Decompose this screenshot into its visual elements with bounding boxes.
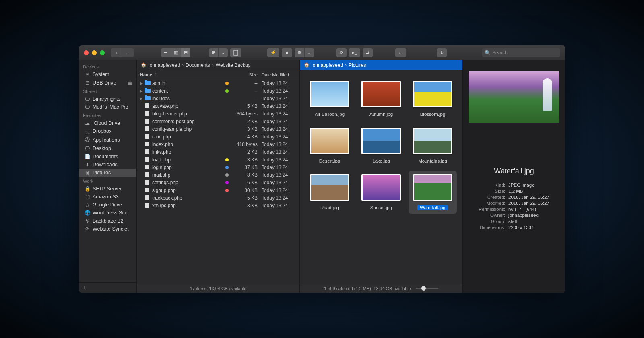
- arrange-segment[interactable]: ⊞ ⌄: [209, 48, 228, 57]
- file-row[interactable]: cron.php4 KBToday 13:24: [137, 133, 299, 140]
- compare-button[interactable]: ⇄: [363, 48, 373, 57]
- sidebar-item-label: iCloud Drive: [93, 120, 120, 126]
- file-row[interactable]: mail.php8 KBToday 13:24: [137, 171, 299, 179]
- icon-view-icon[interactable]: ⊞: [181, 48, 190, 57]
- file-row[interactable]: xmlrpc.php3 KBToday 13:24: [137, 202, 299, 209]
- column-view-icon[interactable]: ▥: [171, 48, 181, 57]
- file-row[interactable]: login.php37 KBToday 13:24: [137, 163, 299, 171]
- file-row[interactable]: links.php2 KBToday 13:24: [137, 148, 299, 156]
- forward-button[interactable]: ›: [122, 48, 134, 57]
- sidebar-item-label: Desktop: [93, 146, 111, 151]
- minimize-icon[interactable]: [92, 50, 97, 55]
- breadcrumb-segment[interactable]: johnappleseed: [312, 62, 343, 68]
- sync-button[interactable]: ⟳: [336, 48, 347, 57]
- file-date: Today 13:24: [258, 88, 296, 94]
- sidebar-item[interactable]: △Google Drive: [79, 201, 136, 209]
- disclosure-triangle-icon[interactable]: ▶: [140, 81, 145, 85]
- file-row[interactable]: settings.php16 KBToday 13:24: [137, 179, 299, 186]
- col-date[interactable]: Date Modified: [258, 72, 296, 77]
- chevron-down-icon[interactable]: ⌄: [305, 48, 314, 57]
- file-row[interactable]: comments-post.php2 KBToday 13:24: [137, 117, 299, 125]
- thumbnail[interactable]: Road.jpg: [305, 171, 354, 214]
- sidebar-item[interactable]: ⒶApplications: [79, 135, 136, 144]
- sidebar-item-label: System: [93, 72, 109, 77]
- sidebar-item[interactable]: ⊟USB Drive⏏: [79, 78, 136, 87]
- sidebar-item[interactable]: ⊟System: [79, 70, 136, 78]
- breadcrumb-left[interactable]: 🏠johnappleseed›Documents›Website Backup: [137, 60, 299, 70]
- gear-icon[interactable]: ⚙: [295, 48, 305, 57]
- eject-icon[interactable]: ⏏: [128, 80, 132, 86]
- thumbnail[interactable]: Blossom.jpg: [409, 78, 457, 120]
- list-view-icon[interactable]: ☰: [161, 48, 171, 57]
- breadcrumb-segment[interactable]: Website Backup: [216, 62, 251, 68]
- thumbnail[interactable]: Desert.jpg: [305, 124, 354, 167]
- column-headers[interactable]: Name˄ Size Date Modified: [137, 70, 299, 79]
- file-name: activate.php: [151, 103, 223, 109]
- sidebar-item[interactable]: ⬚Dropbox: [79, 127, 136, 135]
- sidebar-item[interactable]: 📄Documents: [79, 153, 136, 161]
- quick-action-button[interactable]: ⚡: [267, 48, 279, 57]
- col-name[interactable]: Name: [140, 72, 152, 77]
- file-row[interactable]: signup.php30 KBToday 13:24: [137, 186, 299, 194]
- file-name: login.php: [151, 165, 223, 170]
- thumbnail[interactable]: Autumn.jpg: [357, 78, 405, 120]
- sidebar-item-label: Google Drive: [93, 202, 122, 208]
- add-location-button[interactable]: +: [79, 282, 136, 293]
- sidebar-item[interactable]: ◉Pictures: [79, 169, 136, 177]
- thumbnail[interactable]: Sunset.jpg: [357, 171, 405, 214]
- sidebar-item-label: Amazon S3: [93, 194, 119, 200]
- thumbnail[interactable]: Lake.jpg: [357, 124, 405, 167]
- file-row[interactable]: config-sample.php3 KBToday 13:24: [137, 125, 299, 133]
- sidebar-item[interactable]: ☁iCloud Drive: [79, 119, 136, 127]
- sidebar-item[interactable]: ⟳Website Synclet: [79, 225, 136, 233]
- sidebar-item[interactable]: 🔒SFTP Server: [79, 185, 136, 193]
- file-row[interactable]: blog-header.php364 bytesToday 13:24: [137, 110, 299, 117]
- sidebar-item[interactable]: ⬇Downloads: [79, 161, 136, 169]
- breadcrumb-segment[interactable]: Pictures: [349, 62, 366, 68]
- thumbnail-grid[interactable]: Air Balloon.jpgAutumn.jpgBlossom.jpgDese…: [300, 70, 462, 284]
- download-button[interactable]: ⬇: [437, 48, 447, 57]
- file-icon: [145, 126, 149, 131]
- action-menu[interactable]: ⚙⌄: [295, 48, 314, 57]
- thumbnail[interactable]: Mountains.jpg: [409, 124, 457, 167]
- sidebar-item[interactable]: 🖵Desktop: [79, 144, 136, 153]
- thumbnail-label: Autumn.jpg: [367, 111, 395, 117]
- thumbnail-size-slider[interactable]: [416, 288, 438, 289]
- search-icon: 🔍: [485, 50, 491, 56]
- sidebar-item[interactable]: ⬚Amazon S3: [79, 193, 136, 201]
- thumbnail[interactable]: Waterfall.jpg: [409, 171, 457, 214]
- disclosure-triangle-icon[interactable]: ▶: [140, 97, 145, 101]
- dropdown-icon[interactable]: ⌄: [219, 48, 228, 57]
- file-row[interactable]: load.php3 KBToday 13:24: [137, 156, 299, 163]
- sidebar-item[interactable]: 🖵Binarynights: [79, 95, 136, 103]
- file-row[interactable]: activate.php5 KBToday 13:24: [137, 102, 299, 110]
- zoom-icon[interactable]: [100, 50, 105, 55]
- file-list[interactable]: ▶admin--Today 13:24▶content--Today 13:24…: [137, 79, 299, 284]
- emoji-button[interactable]: ☺: [395, 48, 406, 57]
- grid-icon[interactable]: ⊞: [209, 48, 219, 57]
- screen-icon: 🖵: [85, 104, 90, 110]
- file-row[interactable]: ▶admin--Today 13:24: [137, 79, 299, 87]
- file-row[interactable]: ▶includes--Today 13:24: [137, 95, 299, 102]
- sidebar-item[interactable]: ↯Backblaze B2: [79, 217, 136, 225]
- close-icon[interactable]: [84, 50, 89, 55]
- breadcrumb-segment[interactable]: johnappleseed: [149, 62, 180, 68]
- sidebar-item[interactable]: 🖵Mudi's iMac Pro: [79, 103, 136, 111]
- breadcrumb-segment[interactable]: Documents: [186, 62, 210, 68]
- breadcrumb-mid[interactable]: 🏠johnappleseed›Pictures: [300, 60, 462, 70]
- favorite-button[interactable]: ★: [282, 48, 292, 57]
- disclosure-triangle-icon[interactable]: ▶: [140, 89, 145, 93]
- back-button[interactable]: ‹: [111, 48, 122, 57]
- search-placeholder: Search: [492, 50, 508, 56]
- sidebar-item[interactable]: 🌐WordPress Site: [79, 209, 136, 217]
- search-input[interactable]: 🔍 Search: [482, 48, 560, 57]
- file-row[interactable]: trackback.php5 KBToday 13:24: [137, 194, 299, 202]
- col-size[interactable]: Size: [229, 72, 258, 77]
- thumbnail[interactable]: Air Balloon.jpg: [305, 78, 354, 120]
- file-row[interactable]: index.php418 bytesToday 13:24: [137, 140, 299, 148]
- terminal-button[interactable]: ▸_: [349, 48, 360, 57]
- file-row[interactable]: ▶content--Today 13:24: [137, 87, 299, 95]
- view-mode-segment[interactable]: ☰ ▥ ⊞: [161, 48, 190, 57]
- new-file-button[interactable]: [230, 48, 242, 57]
- sidebar-item-label: Pictures: [93, 170, 111, 175]
